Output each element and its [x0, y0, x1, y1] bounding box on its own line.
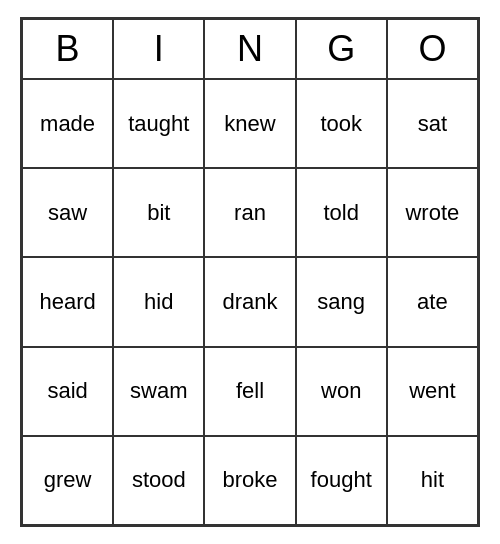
cell-r2c2: bit	[113, 168, 204, 257]
cell-r3c2: hid	[113, 257, 204, 346]
cell-r1c2: taught	[113, 79, 204, 168]
cell-r2c1: saw	[22, 168, 113, 257]
cell-r1c5: sat	[387, 79, 478, 168]
bingo-card: B I N G O made taught knew took sat saw …	[20, 17, 480, 527]
cell-r5c5: hit	[387, 436, 478, 525]
cell-r4c5: went	[387, 347, 478, 436]
cell-r4c2: swam	[113, 347, 204, 436]
cell-r3c4: sang	[296, 257, 387, 346]
header-i: I	[113, 19, 204, 79]
cell-r3c1: heard	[22, 257, 113, 346]
cell-r2c5: wrote	[387, 168, 478, 257]
header-b: B	[22, 19, 113, 79]
cell-r5c3: broke	[204, 436, 295, 525]
cell-r3c3: drank	[204, 257, 295, 346]
cell-r1c3: knew	[204, 79, 295, 168]
cell-r5c1: grew	[22, 436, 113, 525]
cell-r1c1: made	[22, 79, 113, 168]
cell-r5c2: stood	[113, 436, 204, 525]
header-g: G	[296, 19, 387, 79]
cell-r4c4: won	[296, 347, 387, 436]
cell-r2c3: ran	[204, 168, 295, 257]
cell-r5c4: fought	[296, 436, 387, 525]
cell-r2c4: told	[296, 168, 387, 257]
cell-r4c3: fell	[204, 347, 295, 436]
cell-r3c5: ate	[387, 257, 478, 346]
cell-r1c4: took	[296, 79, 387, 168]
header-o: O	[387, 19, 478, 79]
cell-r4c1: said	[22, 347, 113, 436]
header-n: N	[204, 19, 295, 79]
